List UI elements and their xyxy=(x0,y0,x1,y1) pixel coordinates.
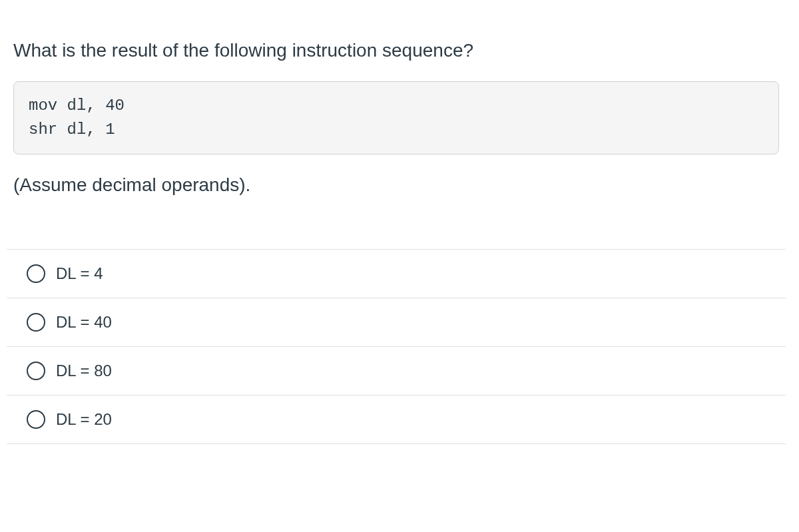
question-note: (Assume decimal operands). xyxy=(7,174,786,196)
radio-icon xyxy=(27,410,45,429)
options-list: DL = 4 DL = 40 DL = 80 DL = 20 xyxy=(7,249,786,444)
question-prompt: What is the result of the following inst… xyxy=(7,40,786,61)
option-label: DL = 4 xyxy=(56,264,103,283)
option-row-2[interactable]: DL = 80 xyxy=(7,347,786,396)
radio-icon xyxy=(27,264,45,283)
option-label: DL = 80 xyxy=(56,362,112,380)
option-row-0[interactable]: DL = 4 xyxy=(7,250,786,298)
option-label: DL = 20 xyxy=(56,410,112,429)
radio-icon xyxy=(27,362,45,380)
option-label: DL = 40 xyxy=(56,313,112,332)
code-block: mov dl, 40 shr dl, 1 xyxy=(13,81,779,154)
option-row-3[interactable]: DL = 20 xyxy=(7,396,786,444)
radio-icon xyxy=(27,313,45,332)
option-row-1[interactable]: DL = 40 xyxy=(7,298,786,347)
